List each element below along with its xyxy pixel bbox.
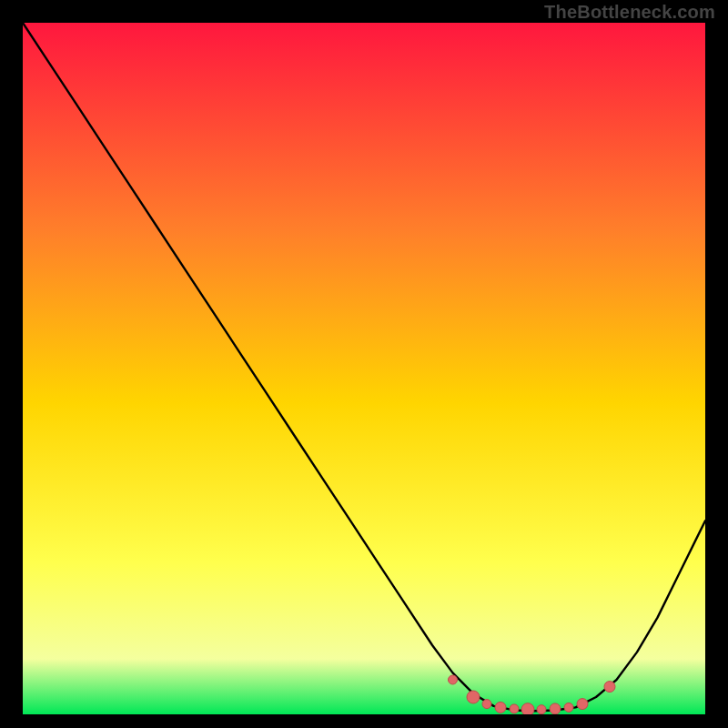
optimal-marker: [482, 700, 491, 709]
optimal-marker: [521, 703, 534, 714]
chart-frame: TheBottleneck.com: [0, 0, 728, 728]
optimal-marker: [510, 704, 519, 713]
watermark-text: TheBottleneck.com: [544, 2, 715, 23]
optimal-marker: [577, 699, 588, 710]
optimal-marker: [495, 702, 506, 713]
bottleneck-chart: [23, 23, 705, 714]
optimal-marker: [604, 682, 615, 693]
optimal-marker: [564, 703, 573, 712]
gradient-background: [23, 23, 705, 714]
optimal-marker: [449, 675, 458, 684]
optimal-marker: [550, 703, 561, 714]
optimal-marker: [467, 691, 480, 703]
optimal-marker: [537, 705, 546, 714]
